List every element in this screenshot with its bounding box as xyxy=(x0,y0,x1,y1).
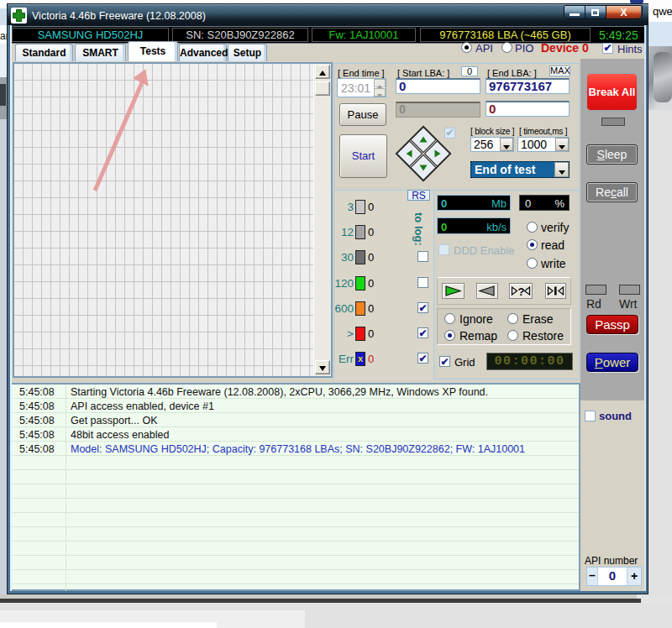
svg-text:?: ? xyxy=(518,285,525,298)
